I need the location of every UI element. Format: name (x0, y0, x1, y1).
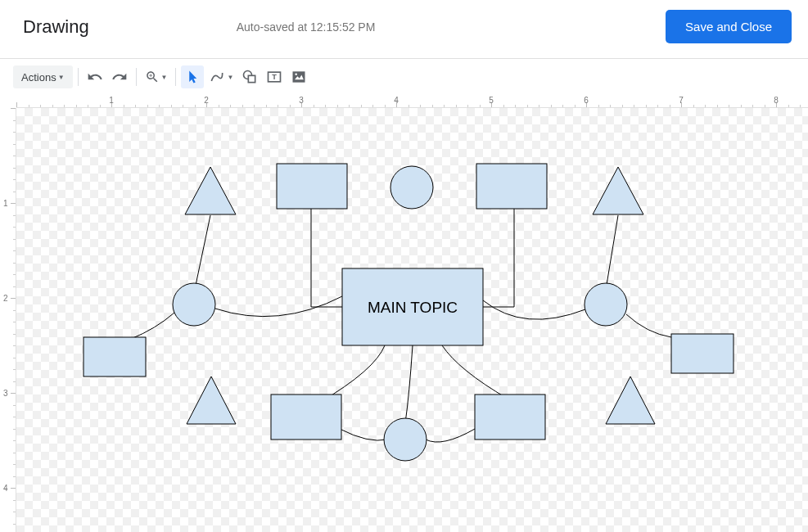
triangle-shape (185, 167, 236, 214)
chevron-down-icon: ▼ (161, 74, 168, 81)
horizontal-ruler: 12345678 (16, 95, 808, 108)
circle-shape (585, 283, 627, 326)
triangle-shape (187, 376, 236, 424)
autosave-status: Auto-saved at 12:15:52 PM (237, 20, 376, 34)
svg-line-8 (606, 215, 618, 290)
shape-tool-button[interactable] (238, 65, 261, 88)
undo-icon (87, 69, 103, 85)
svg-rect-4 (293, 71, 305, 82)
circle-shape (384, 418, 427, 461)
circle-shape (173, 283, 215, 326)
cursor-icon (185, 70, 200, 84)
undo-button[interactable] (84, 65, 106, 88)
chevron-down-icon: ▼ (227, 74, 233, 81)
header-bar: Drawing Auto-saved at 12:15:52 PM Save a… (0, 0, 808, 59)
save-and-close-button[interactable]: Save and Close (666, 10, 792, 43)
zoom-button[interactable]: ▼ (142, 65, 171, 88)
chevron-down-icon: ▼ (58, 74, 65, 81)
triangle-shape (606, 376, 655, 424)
svg-rect-1 (249, 75, 255, 82)
triangle-shape (593, 167, 643, 214)
rect-shape (277, 164, 347, 209)
svg-point-6 (296, 73, 298, 75)
rect-shape (671, 334, 734, 373)
line-tool-button[interactable]: ▼ (205, 65, 237, 88)
toolbar-divider (136, 68, 137, 86)
workspace: 12345678 1234 (0, 95, 808, 532)
rect-shape (476, 164, 547, 209)
toolbar: Actions ▼ ▼ ▼ T (0, 59, 808, 95)
redo-icon (111, 69, 128, 85)
select-tool-button[interactable] (181, 65, 204, 88)
drawing-canvas[interactable]: MAIN TOPIC (16, 108, 808, 532)
line-icon (209, 69, 225, 85)
circle-shape (390, 166, 433, 209)
textbox-tool-button[interactable]: T (263, 65, 286, 88)
textbox-icon: T (266, 69, 282, 85)
rect-shape (475, 394, 545, 440)
image-tool-button[interactable] (287, 65, 310, 88)
main-topic-text: MAIN TOPIC (368, 299, 458, 316)
toolbar-divider (175, 68, 176, 86)
toolbar-divider (78, 68, 79, 86)
page-title: Drawing (23, 16, 89, 38)
svg-line-7 (194, 215, 210, 293)
rect-shape (271, 394, 341, 440)
redo-button[interactable] (108, 65, 131, 88)
diagram-svg: MAIN TOPIC (16, 108, 808, 532)
shape-icon (241, 69, 258, 85)
svg-text:T: T (273, 73, 278, 81)
actions-menu-button[interactable]: Actions ▼ (13, 65, 73, 88)
zoom-icon (145, 70, 160, 84)
image-icon (291, 69, 307, 85)
rect-shape (84, 337, 146, 376)
vertical-ruler: 1234 (0, 108, 16, 532)
